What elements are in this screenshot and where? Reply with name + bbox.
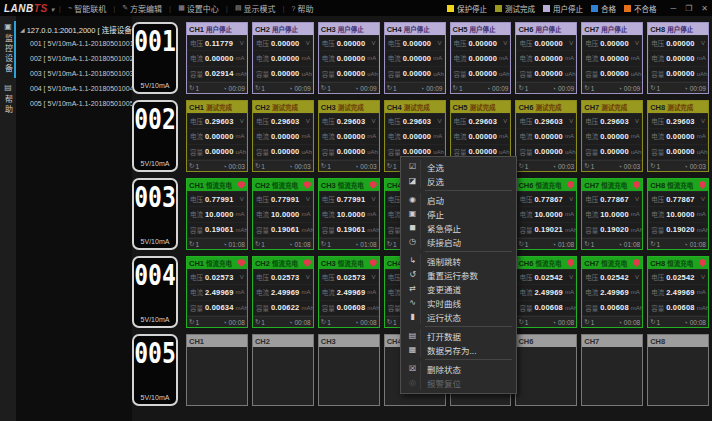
measurement-unit: mA [565, 289, 574, 295]
loop-icon: ↻ [650, 318, 655, 326]
voltage-row: 电压0.02542V [517, 270, 575, 284]
channel-card[interactable]: CH3 [318, 334, 380, 406]
channel-card[interactable]: CH7用户停止电压0.00000V电流0.00000mA容量0.00000uAh… [581, 22, 643, 94]
context-menu-item-打开数据[interactable]: ▤打开数据 [401, 329, 516, 343]
channel-card[interactable]: CH2测试完成电压0.29603V电流0.00000mA容量0.00000uAh… [252, 100, 314, 172]
channel-card-body: 电压0.29603V电流0.00000mA容量0.00000uAh [319, 113, 379, 160]
channel-card[interactable]: CH4用户停止电压0.00000V电流0.00000mA容量0.00000uAh… [384, 22, 446, 94]
channel-card[interactable]: CH2 [252, 334, 314, 406]
measurement-value: 0.19061 [337, 225, 366, 234]
channel-card[interactable]: CH8恒流充电电压0.77867V电流10.0000mA容量0.19020mAh… [647, 178, 709, 250]
maximize-button[interactable]: ❐ [685, 4, 692, 13]
close-button[interactable]: ✕ [701, 4, 708, 13]
capacity-row: 容量0.00000uAh [254, 67, 312, 81]
tree-expand-icon[interactable]: ◢ [20, 26, 25, 33]
context-menu-item-重置运行参数[interactable]: ↺重置运行参数 [401, 268, 516, 282]
context-menu-item-删除状态[interactable]: ☒删除状态 [401, 362, 516, 376]
sidebar-tab-监控设备[interactable]: ▣监控设备 [0, 19, 16, 80]
tree-device-item[interactable]: 004 [ 5V/10mA-1.1-20180501004 ] [16, 81, 132, 96]
channel-card[interactable]: CH3恒流充电电压0.02573V电流2.49969mA容量0.00608mAh… [318, 256, 380, 328]
channel-card[interactable]: CH7 [581, 334, 643, 406]
channel-card[interactable]: CH8恒流充电电压0.02542V电流2.49969mA容量0.00608mAh… [647, 256, 709, 328]
menubar-item-显示模式[interactable]: ▤显示模式 [232, 3, 279, 14]
menubar-item-智能联机[interactable]: ⌁智能联机 [65, 3, 109, 14]
menubar-item-设置中心[interactable]: ▦设置中心 [175, 3, 222, 14]
channel-card-header: CH2恒流充电 [253, 179, 313, 191]
sidebar-tab-帮助[interactable]: ▤帮助 [0, 80, 16, 121]
context-menu-item-启动[interactable]: ◉启动 [401, 193, 516, 207]
elapsed-time: ◔00:09 [486, 85, 508, 92]
device-badge[interactable]: 0015V/10mA [132, 22, 178, 94]
loop-icon: ↻ [255, 84, 260, 92]
context-menu-item-label: 紧急停止 [427, 222, 461, 234]
measurement-value: 0.00000 [534, 132, 563, 141]
channel-card[interactable]: CH6 [515, 334, 577, 406]
channel-id: CH6 [518, 337, 533, 346]
tree-device-item[interactable]: 003 [ 5V/10mA-1.1-20180501003 ] [16, 66, 132, 81]
channel-card[interactable]: CH8测试完成电压0.29603V电流0.00000mA容量0.00000uAh… [647, 100, 709, 172]
logo-dropdown-caret[interactable]: ▾ [51, 6, 55, 13]
measurement-unit: mA [433, 133, 442, 139]
measurement-value: 0.00608 [337, 303, 366, 312]
measurement-value: 10.0000 [271, 210, 300, 219]
current-row: 电流2.49969mA [649, 285, 707, 299]
context-menu-item-反选[interactable]: ◪反选 [401, 174, 516, 188]
channel-card[interactable]: CH5用户停止电压0.00000V电流0.00000mA容量0.00000uAh… [450, 22, 512, 94]
measurement-value: 0.19021 [534, 225, 563, 234]
tree-device-item[interactable]: 002 [ 5V/10mA-1.1-20180501002 ] [16, 51, 132, 66]
device-badge[interactable]: 0055V/10mA [132, 334, 178, 406]
menubar-item-方案编辑[interactable]: ✎方案编辑 [119, 3, 165, 14]
current-row: 电流2.49969mA [517, 285, 575, 299]
measurement-unit: V [372, 274, 376, 280]
measurement-label: 电压 [256, 38, 269, 48]
channel-card[interactable]: CH1 [186, 334, 248, 406]
menubar-item-帮助[interactable]: ?帮助 [289, 3, 317, 14]
channel-card[interactable]: CH7恒流充电电压0.02542V电流2.49969mA容量0.00608mAh… [581, 256, 643, 328]
context-menu-item-停止[interactable]: ▣停止 [401, 207, 516, 221]
channel-card[interactable]: CH2用户停止电压0.00000V电流0.00000mA容量0.00000uAh… [252, 22, 314, 94]
channel-card[interactable]: CH1用户停止电压0.11779V电流0.00000mA容量0.02914mAh… [186, 22, 248, 94]
context-menu-item-实时曲线[interactable]: ∿实时曲线 [401, 296, 516, 310]
context-menu-item-紧急停止[interactable]: ◼紧急停止 [401, 221, 516, 235]
channel-card-header: CH1恒流充电 [187, 179, 247, 191]
tree-root-node[interactable]: ◢ 127.0.0.1:2001,2000 [ 连接设备5 台 ] [16, 22, 132, 36]
channel-card[interactable]: CH1恒流充电电压0.02573V电流2.49969mA容量0.00634mAh… [186, 256, 248, 328]
channel-card[interactable]: CH1测试完成电压0.29603V电流0.00000mA容量0.00000uAh… [186, 100, 248, 172]
tree-device-item[interactable]: 005 [ 5V/10mA-1.1-20180501005 ] [16, 96, 132, 111]
channel-card-header: CH1测试完成 [187, 101, 247, 113]
measurement-value: 2.49969 [666, 288, 695, 297]
measurement-value: 0.00608 [600, 303, 629, 312]
tree-device-item[interactable]: 001 [ 5V/10mA-1.1-20180501001 ] [16, 36, 132, 51]
channel-card[interactable]: CH2恒流充电电压0.02573V电流2.49969mA容量0.00622mAh… [252, 256, 314, 328]
device-badge[interactable]: 0035V/10mA [132, 178, 178, 250]
channel-card[interactable]: CH8 [647, 334, 709, 406]
measurement-unit: V [240, 40, 244, 46]
measurement-unit: mAh [565, 227, 577, 233]
channel-card[interactable]: CH1恒流充电电压0.77991V电流10.0000mA容量0.19061mAh… [186, 178, 248, 250]
channel-card[interactable]: CH7恒流充电电压0.77867V电流10.0000mA容量0.19020mAh… [581, 178, 643, 250]
channel-card[interactable]: CH6测试完成电压0.29603V电流0.00000mA容量0.00000uAh… [515, 100, 577, 172]
context-menu-item-全选[interactable]: ☑全选 [401, 160, 516, 174]
device-badge[interactable]: 0045V/10mA [132, 256, 178, 328]
device-badge[interactable]: 0025V/10mA [132, 100, 178, 172]
channel-id: CH8 [650, 337, 665, 346]
channel-card[interactable]: CH3用户停止电压0.00000V电流0.00000mA容量0.00000uAh… [318, 22, 380, 94]
context-menu-item-运行状态[interactable]: ▮运行状态 [401, 310, 516, 324]
channel-card[interactable]: CH3测试完成电压0.29603V电流0.00000mA容量0.00000uAh… [318, 100, 380, 172]
minimize-button[interactable]: ─ [670, 4, 676, 13]
context-menu-item-强制跳转[interactable]: ↳强制跳转 [401, 254, 516, 268]
context-menu-item-续接启动[interactable]: ◷续接启动 [401, 235, 516, 249]
channel-card[interactable]: CH2恒流充电电压0.77991V电流10.0000mA容量0.19061mAh… [252, 178, 314, 250]
channel-card[interactable]: CH8用户停止电压0.00000V电流0.00000mA容量0.00000uAh… [647, 22, 709, 94]
measurement-label: 电流 [190, 131, 203, 141]
channel-card[interactable]: CH6恒流充电电压0.02542V电流2.49969mA容量0.00608mAh… [515, 256, 577, 328]
context-menu-item-数据另存为...[interactable]: ▦数据另存为... [401, 343, 516, 357]
context-menu-item-变更通道[interactable]: ⇄变更通道 [401, 282, 516, 296]
channel-card[interactable]: CH3恒流充电电压0.77991V电流10.0000mA容量0.19061mAh… [318, 178, 380, 250]
channel-card[interactable]: CH6用户停止电压0.00000V电流0.00000mA容量0.00000uAh… [515, 22, 577, 94]
context-menu-item-label: 实时曲线 [427, 297, 461, 309]
context-menu-item-icon: ☒ [405, 362, 421, 376]
channel-card[interactable]: CH7测试完成电压0.29603V电流0.00000mA容量0.00000uAh… [581, 100, 643, 172]
channel-card[interactable]: CH6恒流充电电压0.77867V电流10.0000mA容量0.19021mAh… [515, 178, 577, 250]
channel-card-body: 电压0.02573V电流2.49969mA容量0.00622mAh [253, 269, 313, 316]
